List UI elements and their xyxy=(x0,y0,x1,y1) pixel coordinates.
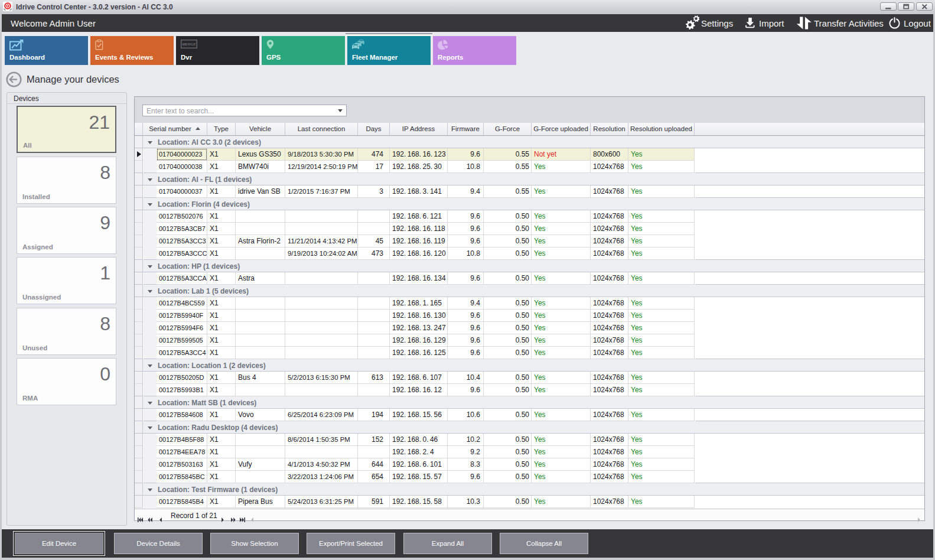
svg-text:MERGE: MERGE xyxy=(182,43,196,46)
